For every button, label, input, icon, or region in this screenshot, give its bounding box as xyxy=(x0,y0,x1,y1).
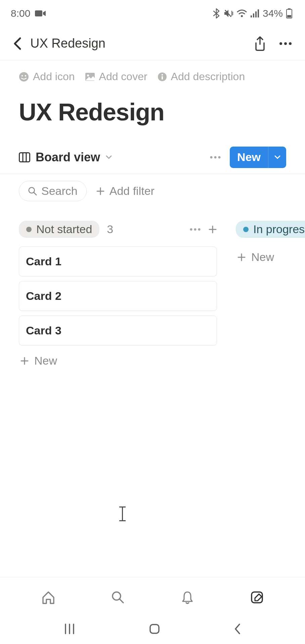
svg-rect-6 xyxy=(258,9,259,17)
tab-notifications[interactable] xyxy=(174,584,201,611)
svg-point-31 xyxy=(190,228,192,230)
video-recording-icon xyxy=(35,9,46,17)
info-icon xyxy=(158,72,167,82)
svg-rect-21 xyxy=(19,153,30,162)
add-cover-button[interactable]: Add cover xyxy=(85,70,147,83)
tab-home[interactable] xyxy=(35,584,62,611)
svg-point-10 xyxy=(279,42,282,45)
svg-point-12 xyxy=(289,42,292,45)
battery-percentage: 34% xyxy=(263,8,283,19)
status-pill-not-started[interactable]: Not started xyxy=(19,221,99,238)
svg-point-32 xyxy=(194,228,197,230)
add-description-button[interactable]: Add description xyxy=(158,70,245,83)
plus-icon xyxy=(20,357,29,365)
android-nav-bar xyxy=(0,617,305,644)
board: Not started 3 Card 1 Card 2 Card 3 New xyxy=(0,201,305,371)
status-label: Not started xyxy=(36,223,92,236)
chevron-down-icon xyxy=(105,155,112,160)
column-options-button[interactable] xyxy=(189,228,201,231)
new-button-label: New xyxy=(230,147,268,168)
tab-search[interactable] xyxy=(104,584,131,611)
status-dot-icon xyxy=(243,227,249,232)
android-back-button[interactable] xyxy=(233,623,242,635)
status-time: 8:00 xyxy=(11,8,30,19)
svg-point-15 xyxy=(25,75,26,76)
status-pill-in-progress[interactable]: In progress xyxy=(236,221,305,238)
wifi-icon xyxy=(236,9,247,17)
svg-point-25 xyxy=(214,156,217,158)
search-button[interactable]: Search xyxy=(19,181,87,201)
page-title[interactable]: UX Redesign xyxy=(19,98,286,126)
signal-icon xyxy=(251,9,259,17)
svg-line-28 xyxy=(34,192,36,195)
svg-point-17 xyxy=(87,74,89,76)
column-add-button[interactable] xyxy=(208,225,217,234)
status-label: In progress xyxy=(253,223,305,236)
share-button[interactable] xyxy=(252,36,268,52)
battery-icon xyxy=(286,8,292,18)
status-dot-icon xyxy=(26,227,32,232)
bluetooth-icon xyxy=(213,8,220,18)
card[interactable]: Card 3 xyxy=(19,316,217,345)
search-filter-row: Search Add filter xyxy=(0,174,305,201)
svg-point-13 xyxy=(19,72,29,82)
svg-point-11 xyxy=(284,42,287,45)
svg-point-14 xyxy=(21,75,23,76)
svg-point-26 xyxy=(218,156,221,158)
card[interactable]: Card 1 xyxy=(19,247,217,276)
board-view-icon xyxy=(19,152,30,162)
image-icon xyxy=(85,72,95,81)
view-options-button[interactable] xyxy=(210,156,223,159)
svg-line-41 xyxy=(120,599,123,603)
android-home-button[interactable] xyxy=(148,623,161,635)
view-label: Board view xyxy=(36,150,100,164)
board-column-in-progress: In progress New xyxy=(236,221,305,371)
app-top-bar: UX Redesign xyxy=(0,27,305,60)
svg-rect-9 xyxy=(287,15,291,17)
new-card-button[interactable]: New xyxy=(19,350,217,371)
svg-rect-0 xyxy=(35,10,42,16)
new-card-label: New xyxy=(251,251,274,264)
plus-icon xyxy=(96,187,105,196)
svg-point-19 xyxy=(161,74,163,75)
smiley-icon xyxy=(19,72,29,82)
svg-rect-20 xyxy=(162,76,163,79)
android-recents-button[interactable] xyxy=(63,623,76,635)
new-button[interactable]: New xyxy=(230,147,286,168)
bottom-tab-bar xyxy=(0,577,305,617)
svg-rect-46 xyxy=(150,625,159,633)
add-filter-button[interactable]: Add filter xyxy=(96,184,155,198)
view-selector[interactable]: Board view xyxy=(19,150,112,164)
add-description-label: Add description xyxy=(171,70,245,83)
svg-point-33 xyxy=(198,228,201,230)
search-label: Search xyxy=(41,184,78,198)
column-count: 3 xyxy=(107,223,113,236)
add-icon-label: Add icon xyxy=(33,70,75,83)
page-header: Add icon Add cover Add description UX Re… xyxy=(0,60,305,126)
board-column-not-started: Not started 3 Card 1 Card 2 Card 3 New xyxy=(19,221,217,371)
add-filter-label: Add filter xyxy=(110,184,155,198)
svg-point-24 xyxy=(210,156,213,158)
plus-icon xyxy=(237,253,246,262)
back-button[interactable] xyxy=(8,37,27,50)
new-button-dropdown[interactable] xyxy=(268,147,286,168)
text-cursor-icon xyxy=(118,506,126,522)
add-cover-label: Add cover xyxy=(99,70,147,83)
svg-rect-4 xyxy=(253,13,254,17)
more-menu-button[interactable] xyxy=(277,36,294,52)
tab-compose[interactable] xyxy=(244,584,270,611)
new-card-button[interactable]: New xyxy=(236,247,305,268)
svg-rect-3 xyxy=(251,15,252,17)
view-row: Board view New xyxy=(0,141,305,174)
svg-point-2 xyxy=(241,15,243,17)
card[interactable]: Card 2 xyxy=(19,281,217,311)
search-icon xyxy=(28,186,37,196)
vibrate-mute-icon xyxy=(223,9,233,18)
svg-rect-5 xyxy=(255,11,257,17)
page-breadcrumb[interactable]: UX Redesign xyxy=(30,36,252,51)
new-card-label: New xyxy=(34,354,57,367)
add-icon-button[interactable]: Add icon xyxy=(19,70,75,83)
android-status-bar: 8:00 34% xyxy=(0,0,305,27)
